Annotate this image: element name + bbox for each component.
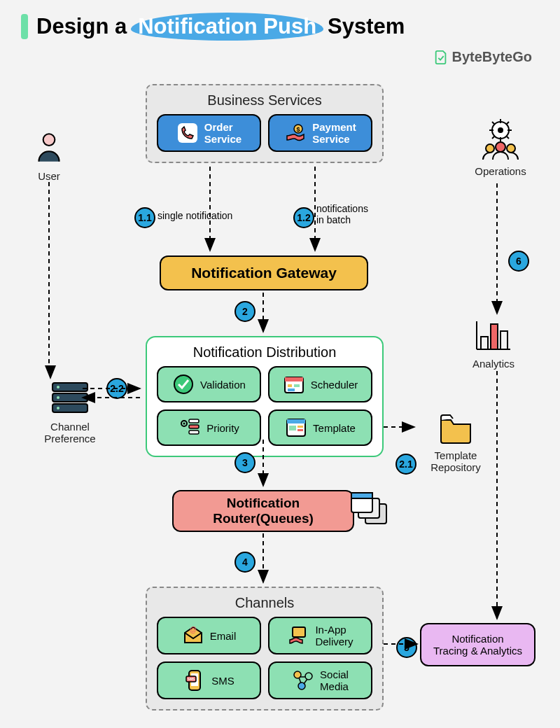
svg-rect-31 (298, 426, 303, 428)
brand-icon (433, 50, 449, 65)
user-label: User (21, 170, 77, 182)
svg-line-54 (304, 679, 307, 684)
priority-box: Priority (157, 410, 261, 446)
step-2-1: 2.1 (396, 454, 416, 475)
user-icon (31, 130, 66, 164)
operations-icon (477, 119, 524, 160)
distribution-title: Notification Distribution (157, 344, 372, 360)
svg-text:$: $ (297, 126, 300, 133)
edge-single-label: single notification (158, 210, 232, 221)
distribution-group: Notification Distribution Validation Sch… (146, 336, 384, 457)
analytics-label: Analytics (462, 358, 525, 370)
server-icon (50, 382, 90, 415)
order-service-box: Order Service (157, 114, 261, 152)
analytics-icon (474, 318, 513, 352)
tracing-label: Notification Tracing & Analytics (433, 633, 522, 657)
svg-line-53 (299, 678, 301, 683)
svg-point-11 (486, 144, 494, 153)
order-label: Order Service (204, 121, 241, 145)
svg-rect-44 (293, 627, 305, 637)
actor-operations: Operations (465, 119, 536, 177)
gateway-label: Notification Gateway (191, 265, 337, 281)
social-label: Social Media (320, 668, 349, 692)
channel-preference: Channel Preference (35, 382, 105, 444)
brand-badge: ByteByteGo (433, 49, 532, 65)
validation-label: Validation (200, 379, 246, 391)
inapp-box: In-App Delivery (268, 617, 372, 654)
svg-rect-14 (178, 123, 197, 143)
svg-point-0 (43, 134, 55, 146)
svg-rect-30 (289, 426, 296, 430)
check-icon (172, 373, 195, 396)
svg-point-13 (507, 144, 515, 153)
social-icon (292, 669, 314, 692)
sms-label: SMS (211, 675, 234, 687)
svg-rect-22 (288, 388, 295, 391)
validation-box: Validation (157, 366, 261, 402)
inapp-label: In-App Delivery (315, 624, 353, 648)
svg-point-24 (183, 423, 186, 425)
step-2-2: 2.2 (106, 378, 127, 399)
svg-text:SMS: SMS (188, 677, 196, 681)
title-post: System (328, 14, 405, 39)
accent-bar (21, 14, 28, 39)
payment-service-box: $ Payment Service (268, 114, 372, 152)
svg-line-7 (492, 122, 495, 125)
svg-point-36 (57, 396, 59, 399)
priority-icon (178, 416, 201, 439)
payment-label: Payment Service (312, 121, 356, 145)
business-services-group: Business Services Order Service $ Paymen… (146, 84, 384, 163)
analytics: Analytics (462, 318, 525, 370)
email-box: @ Email (157, 617, 261, 654)
svg-rect-57 (481, 337, 488, 349)
svg-rect-59 (500, 331, 507, 349)
email-label: Email (210, 630, 237, 642)
svg-line-10 (492, 136, 495, 139)
step-3: 3 (234, 452, 255, 473)
svg-rect-42 (351, 493, 372, 498)
actor-user: User (21, 130, 77, 182)
router-label: Notification Router(Queues) (213, 496, 314, 526)
notification-tracing: Notification Tracing & Analytics (420, 623, 536, 666)
edge-batch-label: notifications in batch (316, 203, 368, 225)
title-highlight: Notification Push (131, 13, 323, 41)
channels-title: Channels (157, 595, 372, 611)
svg-text:@: @ (190, 626, 197, 634)
scheduler-box: Scheduler (268, 366, 372, 402)
step-1-2: 1.2 (293, 207, 314, 228)
svg-rect-19 (285, 377, 303, 382)
svg-point-2 (498, 127, 503, 133)
notification-gateway: Notification Gateway (160, 255, 368, 290)
template-repo-label: Template Repository (417, 449, 494, 473)
business-title: Business Services (157, 92, 372, 108)
scheduler-label: Scheduler (311, 379, 358, 391)
title-pre: Design a (36, 14, 127, 39)
svg-rect-25 (189, 419, 199, 423)
priority-label: Priority (206, 422, 239, 434)
social-box: Social Media (268, 662, 372, 699)
queue-icon (350, 490, 392, 529)
template-repository: Template Repository (417, 413, 494, 473)
svg-point-50 (305, 673, 312, 680)
svg-rect-20 (288, 384, 292, 387)
notification-router: Notification Router(Queues) (172, 490, 354, 532)
svg-point-17 (174, 375, 192, 393)
delivery-icon (287, 624, 309, 647)
svg-rect-21 (294, 384, 300, 387)
brand-text: ByteByteGo (452, 49, 532, 65)
email-icon: @ (182, 624, 204, 647)
step-6: 6 (508, 251, 529, 272)
svg-rect-27 (189, 430, 199, 434)
channels-group: Channels @ Email In-App Delivery SMS SMS… (146, 587, 384, 710)
step-5: 5 (396, 637, 417, 658)
template-box: Template (268, 410, 372, 446)
sms-icon: SMS (183, 669, 206, 692)
step-4: 4 (234, 552, 255, 573)
svg-rect-26 (189, 425, 199, 428)
template-icon (285, 416, 307, 439)
svg-rect-32 (298, 429, 303, 431)
operations-label: Operations (465, 165, 536, 177)
step-2: 2 (234, 301, 255, 322)
phone-icon (176, 122, 199, 144)
sms-box: SMS SMS (157, 662, 261, 699)
